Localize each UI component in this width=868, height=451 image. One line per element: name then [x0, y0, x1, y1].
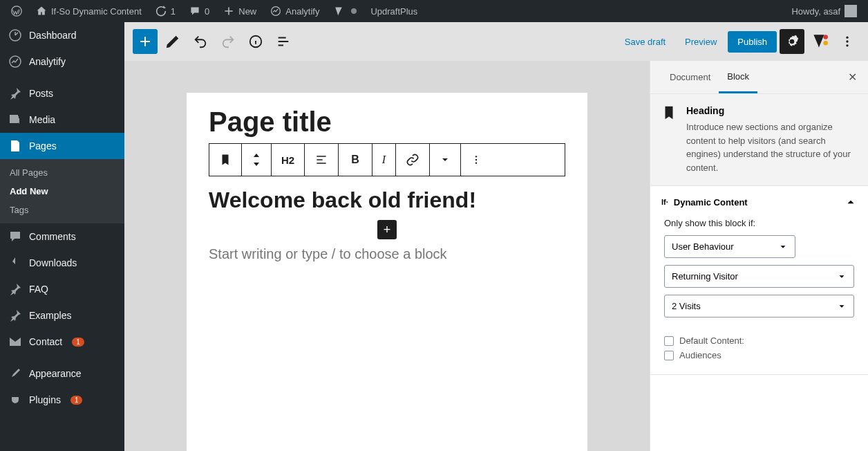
sidebar-item-analytify[interactable]: Analytify — [0, 48, 124, 75]
undo-button[interactable] — [188, 29, 213, 54]
submenu-tags[interactable]: Tags — [0, 201, 124, 219]
editor-canvas-area[interactable]: Page title H2 B I Welcome back old frien… — [124, 61, 650, 451]
pencil-icon — [165, 34, 180, 49]
bold-button[interactable]: B — [339, 144, 372, 176]
condition-type-select[interactable]: User Behaviour — [664, 235, 795, 258]
yoast-seo-icon — [811, 33, 829, 50]
chevron-up-icon — [845, 196, 857, 208]
condition-visits-select[interactable]: 2 Visits — [664, 295, 854, 317]
comments-link[interactable]: 0 — [184, 0, 215, 22]
preview-link[interactable]: Preview — [677, 31, 725, 53]
svg-point-11 — [475, 159, 477, 160]
block-placeholder[interactable]: Start writing or type / to choose a bloc… — [209, 246, 565, 262]
add-block-button[interactable] — [133, 29, 158, 54]
link-button[interactable] — [396, 144, 430, 176]
condition-label: Only show this block if: — [664, 218, 854, 228]
sidebar-submenu-pages: All Pages Add New Tags — [0, 159, 124, 223]
updates-link[interactable]: 1 — [150, 0, 181, 22]
condition-behaviour-select[interactable]: Returning Visitor — [664, 265, 854, 288]
checkbox-icon — [664, 351, 674, 360]
page-title[interactable]: Page title — [209, 107, 565, 138]
dynamic-content-toggle[interactable]: If·Dynamic Content — [650, 186, 868, 218]
inspector-tabs: Document Block ✕ — [650, 61, 868, 94]
block-type-button[interactable] — [209, 144, 242, 176]
analytify-icon — [8, 55, 22, 68]
insert-block-button[interactable]: + — [377, 220, 397, 239]
sidebar-item-plugins[interactable]: Plugins1 — [0, 387, 124, 413]
sidebar-item-dashboard[interactable]: Dashboard — [0, 22, 124, 48]
pages-icon — [8, 139, 22, 153]
block-more-button[interactable] — [461, 144, 491, 176]
settings-inspector: Document Block ✕ Heading Introduce new s… — [650, 61, 868, 451]
site-name-link[interactable]: If-So Dynamic Content — [30, 0, 147, 22]
sidebar-item-examples[interactable]: Examples — [0, 302, 124, 329]
sidebar-item-pages[interactable]: Pages — [0, 133, 124, 159]
align-left-icon — [314, 153, 328, 167]
analytify-link[interactable]: Analytify — [265, 0, 325, 22]
heading-block[interactable]: Welcome back old friend! — [209, 187, 565, 213]
dashboard-icon — [8, 28, 22, 42]
default-content-checkbox[interactable]: Default Content: — [664, 335, 854, 346]
yoast-icon — [333, 6, 344, 17]
block-toolbar: H2 B I — [209, 143, 565, 176]
info-icon — [248, 34, 263, 49]
block-type-description: Introduce new sections and organize cont… — [686, 120, 857, 174]
dots-vertical-icon — [840, 35, 854, 48]
heading-level-button[interactable]: H2 — [272, 144, 305, 176]
user-account-link[interactable]: Howdy, asaf — [786, 0, 862, 22]
italic-button[interactable]: I — [372, 144, 396, 176]
chart-icon — [270, 6, 281, 17]
close-inspector-button[interactable]: ✕ — [848, 71, 857, 84]
svg-point-12 — [475, 162, 477, 163]
more-options-button[interactable] — [835, 29, 860, 54]
settings-button[interactable] — [780, 29, 804, 54]
wp-logo[interactable] — [6, 0, 28, 22]
redo-button[interactable] — [216, 29, 240, 54]
wordpress-icon — [11, 6, 22, 17]
editor-canvas: Page title H2 B I Welcome back old frien… — [187, 93, 587, 451]
close-icon: ✕ — [848, 71, 857, 83]
sidebar-item-comments[interactable]: Comments — [0, 223, 124, 250]
plus-icon — [223, 6, 234, 17]
audiences-checkbox[interactable]: Audiences — [664, 350, 854, 360]
edit-mode-button[interactable] — [160, 29, 185, 54]
plus-icon — [137, 33, 153, 50]
more-rich-text-button[interactable] — [430, 144, 461, 176]
sidebar-item-downloads[interactable]: Downloads — [0, 250, 124, 276]
bookmark-icon — [661, 105, 678, 122]
move-block-button[interactable] — [242, 144, 272, 176]
chevron-down-icon — [440, 154, 451, 165]
dynamic-content-section: If·Dynamic Content Only show this block … — [650, 186, 868, 375]
submenu-all-pages[interactable]: All Pages — [0, 163, 124, 182]
yoast-button[interactable] — [807, 29, 832, 54]
count-badge: 1 — [70, 396, 83, 405]
publish-button[interactable]: Publish — [728, 31, 777, 53]
undo-icon — [193, 34, 208, 49]
admin-sidebar: Dashboard Analytify Posts Media Pages Al… — [0, 22, 124, 451]
sidebar-item-appearance[interactable]: Appearance — [0, 360, 124, 387]
sidebar-item-posts[interactable]: Posts — [0, 80, 124, 107]
yoast-topbar[interactable] — [328, 0, 362, 22]
new-content-link[interactable]: New — [218, 0, 262, 22]
info-button[interactable] — [243, 29, 268, 54]
tab-block[interactable]: Block — [719, 62, 757, 93]
submenu-add-new[interactable]: Add New — [0, 182, 124, 201]
sidebar-item-media[interactable]: Media — [0, 107, 124, 133]
updraft-link[interactable]: UpdraftPlus — [365, 0, 423, 22]
site-name-text: If-So Dynamic Content — [51, 6, 142, 17]
editor-top-toolbar: Save draft Preview Publish — [124, 22, 868, 61]
plug-icon — [8, 393, 22, 407]
link-icon — [406, 153, 419, 167]
chevron-updown-icon — [252, 152, 261, 167]
svg-point-10 — [475, 156, 477, 157]
media-icon — [8, 113, 22, 127]
sidebar-item-contact[interactable]: Contact1 — [0, 329, 124, 355]
save-draft-link[interactable]: Save draft — [616, 31, 674, 53]
checkbox-icon — [664, 336, 674, 346]
dots-vertical-icon — [471, 154, 482, 165]
align-button[interactable] — [305, 144, 339, 176]
outline-button[interactable] — [271, 29, 296, 54]
sidebar-item-faq[interactable]: FAQ — [0, 276, 124, 302]
svg-point-6 — [823, 41, 828, 45]
tab-document[interactable]: Document — [661, 62, 719, 92]
